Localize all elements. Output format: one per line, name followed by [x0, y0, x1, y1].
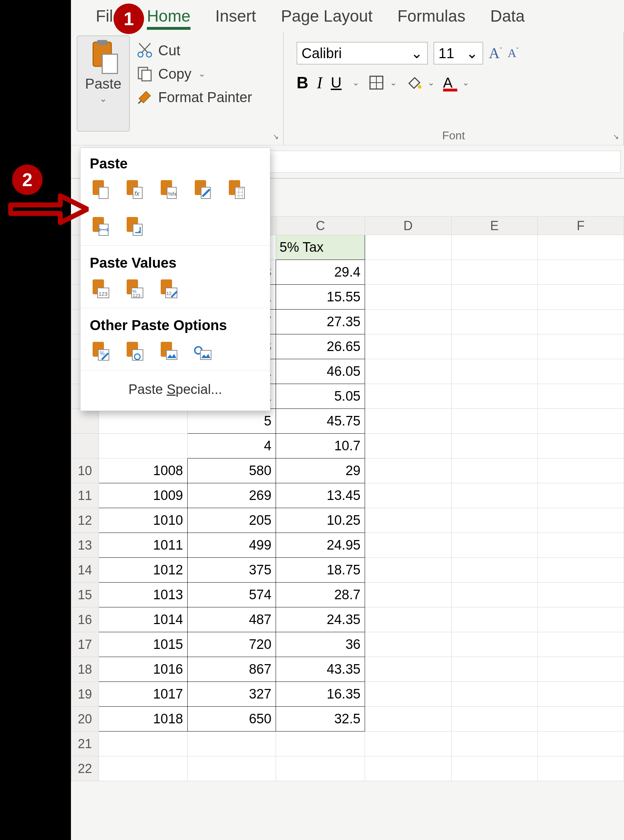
italic-button[interactable]: I — [317, 73, 322, 92]
underline-button[interactable]: U — [331, 74, 341, 91]
cell-b[interactable]: 574 — [187, 583, 276, 607]
cell-a[interactable]: 1008 — [99, 458, 187, 483]
cell-b[interactable]: 269 — [187, 483, 276, 508]
cell-c[interactable] — [276, 732, 365, 756]
column-header-D[interactable]: D — [365, 217, 451, 235]
row-header[interactable]: 19 — [71, 682, 99, 707]
clipboard-dialog-launcher[interactable]: ↘ — [270, 132, 281, 143]
cell-a[interactable]: 1018 — [99, 707, 187, 732]
cell-b[interactable]: 487 — [187, 607, 276, 632]
font-dialog-launcher[interactable]: ↘ — [610, 132, 621, 143]
cell-c[interactable]: 43.35 — [276, 657, 365, 682]
cell-c[interactable]: 18.75 — [276, 558, 365, 583]
cell-a[interactable]: 1016 — [99, 657, 187, 682]
cell-c[interactable]: 27.35 — [276, 310, 365, 334]
paste-option-formatting[interactable]: % — [90, 340, 110, 362]
row-header[interactable]: 12 — [71, 508, 99, 533]
cut-button[interactable]: Cut — [136, 42, 252, 59]
cell-b-partial[interactable]: 4 — [187, 434, 276, 458]
paste-option-values-sourcefmt[interactable]: 12 — [158, 277, 178, 300]
cell-c[interactable]: 36 — [276, 632, 365, 657]
cell-b[interactable]: 867 — [187, 657, 276, 682]
row-header[interactable]: 17 — [71, 632, 99, 657]
increase-font-size-button[interactable]: Aˆ — [489, 45, 502, 62]
row-header[interactable]: 15 — [71, 583, 99, 607]
cell-b[interactable]: 205 — [187, 508, 276, 533]
cell-a[interactable]: 1012 — [99, 558, 187, 583]
cell-c[interactable]: 5.05 — [276, 384, 365, 409]
tab-page-layout[interactable]: Page Layout — [281, 6, 372, 26]
paste-option-link[interactable] — [124, 340, 144, 362]
decrease-font-size-button[interactable]: Aˇ — [508, 46, 519, 60]
cell-c[interactable]: 13.45 — [276, 483, 365, 508]
cell-a[interactable]: 1009 — [99, 483, 187, 508]
cell-a[interactable]: 1014 — [99, 607, 187, 632]
cell-b[interactable]: 499 — [187, 533, 276, 558]
cell-b[interactable] — [187, 732, 276, 756]
column-header-E[interactable]: E — [451, 217, 538, 235]
paste-option-no-borders[interactable] — [226, 178, 246, 201]
cell-a[interactable]: 1015 — [99, 632, 187, 657]
cell-c[interactable]: 16.35 — [276, 682, 365, 707]
cell-c[interactable]: 24.35 — [276, 607, 365, 632]
cell-b[interactable]: 327 — [187, 682, 276, 707]
tab-formulas[interactable]: Formulas — [397, 6, 465, 26]
paste-option-transpose[interactable] — [124, 215, 144, 237]
paste-option-linked-picture[interactable] — [192, 340, 212, 362]
bold-button[interactable]: B — [297, 73, 308, 92]
row-header[interactable]: 16 — [71, 607, 99, 632]
cell-a[interactable] — [99, 732, 187, 756]
row-header[interactable]: 20 — [71, 707, 99, 732]
chevron-down-icon[interactable]: ⌄ — [352, 78, 359, 88]
cell-b-partial[interactable]: 5 — [187, 409, 276, 434]
cell-a[interactable]: 1017 — [99, 682, 187, 707]
paste-option-paste[interactable] — [90, 178, 110, 201]
row-header[interactable]: 13 — [71, 533, 99, 558]
row-header[interactable]: 11 — [71, 483, 99, 508]
copy-button[interactable]: Copy ⌄ — [136, 65, 252, 82]
paste-button[interactable]: Paste ⌄ — [77, 35, 130, 131]
cell-c[interactable]: 26.65 — [276, 334, 365, 359]
tab-insert[interactable]: Insert — [215, 6, 256, 26]
row-header[interactable]: 10 — [71, 458, 99, 483]
column-header-C[interactable]: C — [276, 217, 365, 235]
cell-b[interactable]: 650 — [187, 707, 276, 732]
cell-c[interactable] — [276, 756, 365, 781]
cell-c[interactable]: 46.05 — [276, 359, 365, 384]
tab-home[interactable]: Home — [147, 6, 190, 26]
row-header[interactable]: 14 — [71, 558, 99, 583]
font-name-combo[interactable]: Calibri ⌄ — [297, 42, 428, 65]
paste-option-keep-source-fmt[interactable] — [192, 178, 212, 201]
borders-button[interactable]: ⌄ — [368, 74, 397, 91]
cell-c[interactable]: 28.7 — [276, 583, 365, 607]
cell-a[interactable]: 1011 — [99, 533, 187, 558]
paste-option-picture[interactable] — [158, 340, 178, 362]
format-painter-button[interactable]: Format Painter — [136, 89, 252, 106]
row-header[interactable]: 21 — [71, 732, 99, 756]
cell-b[interactable]: 720 — [187, 632, 276, 657]
paste-option-keep-col-widths[interactable] — [90, 215, 110, 237]
cell-c[interactable]: 29 — [276, 458, 365, 483]
fill-color-button[interactable]: ⌄ — [405, 74, 434, 91]
cell-c-header[interactable]: 5% Tax — [276, 235, 365, 260]
cell-c[interactable]: 24.95 — [276, 533, 365, 558]
cell-c[interactable]: 32.5 — [276, 707, 365, 732]
tab-data[interactable]: Data — [490, 6, 525, 26]
cell-c[interactable]: 10.25 — [276, 508, 365, 533]
paste-option-formulas-numfmt[interactable]: %fx — [158, 178, 178, 201]
cell-b[interactable] — [187, 756, 276, 781]
cell-c[interactable]: 29.4 — [276, 260, 365, 285]
paste-special-item[interactable]: Paste Special... — [80, 372, 270, 408]
cell-c[interactable]: 45.75 — [276, 409, 365, 434]
cell-a[interactable]: 1010 — [99, 508, 187, 533]
cell-b[interactable]: 580 — [187, 458, 276, 483]
font-size-combo[interactable]: 11 ⌄ — [434, 42, 483, 65]
cell-b[interactable]: 375 — [187, 558, 276, 583]
paste-option-formulas[interactable]: fx — [124, 178, 144, 201]
paste-option-values[interactable]: 123 — [90, 277, 110, 300]
paste-option-values-numfmt[interactable]: %123 — [124, 277, 144, 300]
font-color-button[interactable]: A ⌄ — [443, 75, 470, 91]
column-header-F[interactable]: F — [538, 217, 624, 235]
cell-c[interactable]: 15.55 — [276, 285, 365, 310]
cell-c[interactable]: 10.7 — [276, 434, 365, 458]
